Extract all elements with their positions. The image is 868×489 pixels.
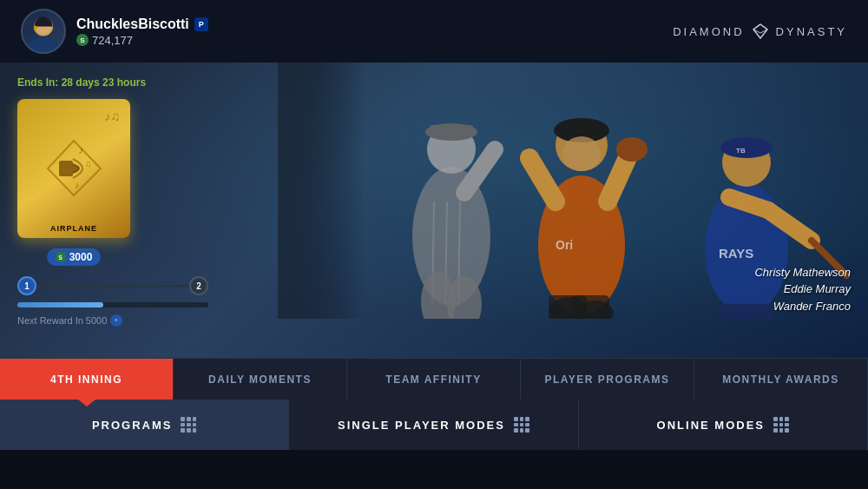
grid-icon-online (773, 417, 789, 433)
progress-section: 1 2 Next Reward In 5000 ✦ (17, 276, 260, 327)
progress-line-1 (36, 285, 189, 287)
svg-text:RAYS: RAYS (719, 246, 753, 261)
logo-text-left: DIAMOND (673, 25, 744, 38)
svg-text:♪: ♪ (75, 180, 80, 190)
nav-single-player-modes[interactable]: SINGLE PLAYER MODES (289, 400, 578, 450)
username-label: ChucklesBiscotti (76, 17, 189, 32)
svg-line-37 (729, 197, 768, 210)
tab-4th-inning[interactable]: 4TH INNING (0, 359, 174, 400)
svg-point-24 (616, 137, 648, 162)
nav-programs[interactable]: PROGRAMS (0, 400, 289, 450)
svg-line-23 (608, 154, 629, 202)
svg-rect-20 (557, 123, 606, 137)
grid-icon-single-player (514, 417, 529, 433)
svg-text:♫: ♫ (85, 159, 92, 169)
currency-value: 724,177 (92, 34, 133, 47)
nav-programs-label: PROGRAMS (92, 419, 173, 432)
next-reward-text: Next Reward In 5000 ✦ (17, 314, 260, 327)
diamond-icon (752, 23, 769, 40)
player-name-2: Eddie Murray (754, 281, 851, 298)
svg-point-21 (562, 136, 601, 171)
nav-single-player-label: SINGLE PLAYER MODES (338, 419, 505, 432)
game-logo: DIAMOND DYNASTY (673, 23, 847, 40)
progress-nodes: 1 2 (17, 276, 208, 295)
player-card[interactable]: ♪♫ ♪ ♫ ♪ Airplane (17, 99, 130, 238)
main-content-area: Ori TB RAYS (0, 63, 868, 358)
left-panel: Ends In: 28 days 23 hours ♪♫ ♪ ♫ (0, 63, 278, 358)
svg-rect-42 (59, 161, 73, 176)
reward-icon: ✦ (110, 314, 122, 327)
timer-display: Ends In: 28 days 23 hours (17, 76, 260, 89)
svg-point-1 (29, 37, 57, 54)
svg-marker-4 (753, 24, 767, 38)
username-display: ChucklesBiscotti P (76, 17, 208, 32)
stubs-icon: S (76, 34, 89, 46)
player-info-card: Christy Mathewson Eddie Murray Wander Fr… (754, 264, 851, 315)
tab-monthly-awards[interactable]: MONTHLY AWARDS (694, 359, 868, 400)
tabs-bar: 4TH INNING DAILY MOMENTS TEAM AFFINITY P… (0, 358, 868, 400)
nav-online-modes-label: ONLINE MODES (657, 419, 765, 432)
card-artwork: ♪ ♫ ♪ (39, 134, 108, 203)
svg-text:TB: TB (736, 147, 746, 155)
svg-rect-3 (34, 26, 37, 31)
header: ChucklesBiscotti P S 724,177 DIAMOND DYN… (0, 0, 868, 63)
svg-rect-33 (724, 141, 769, 153)
avatar (21, 9, 66, 54)
card-name-label: Airplane (50, 224, 97, 233)
svg-rect-6 (278, 63, 365, 319)
user-info-section: ChucklesBiscotti P S 724,177 (21, 9, 208, 54)
player-name-3: Wander Franco (754, 298, 851, 315)
svg-text:♪: ♪ (78, 144, 83, 156)
svg-rect-29 (571, 295, 609, 319)
music-notes-icon: ♪♫ (105, 109, 121, 123)
card-cost-badge: S 3000 (47, 248, 102, 266)
logo-text-right: DYNASTY (776, 25, 847, 38)
tab-team-affinity[interactable]: TEAM AFFINITY (347, 359, 521, 400)
currency-display: S 724,177 (76, 34, 208, 47)
progress-node-1: 1 (17, 276, 36, 295)
tab-daily-moments[interactable]: DAILY MOMENTS (174, 359, 347, 400)
progress-bar-fill (17, 302, 103, 307)
nav-online-modes[interactable]: ONLINE MODES (579, 400, 868, 450)
svg-rect-10 (430, 125, 473, 135)
grid-icon-programs (181, 417, 196, 433)
bottom-navigation: PROGRAMS SINGLE PLAYER MODES ONLINE MODE… (0, 400, 868, 450)
player-name-1: Christy Mathewson (754, 264, 851, 281)
tab-player-programs[interactable]: PLAYER PROGRAMS (521, 359, 694, 400)
card-cost-value: 3000 (69, 251, 93, 263)
psn-icon: P (194, 17, 208, 31)
user-text: ChucklesBiscotti P S 724,177 (76, 17, 208, 47)
featured-card-container[interactable]: ♪♫ ♪ ♫ ♪ Airplane (17, 99, 130, 266)
card-stubs-icon: S (56, 252, 66, 262)
svg-text:Ori: Ori (556, 238, 573, 252)
progress-bar (17, 302, 208, 307)
svg-line-22 (529, 158, 556, 202)
progress-node-2: 2 (189, 276, 208, 295)
